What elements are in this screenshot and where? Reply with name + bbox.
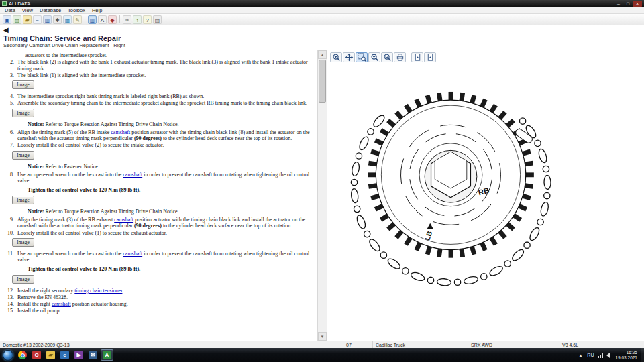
marquee-zoom-button[interactable] bbox=[356, 52, 368, 62]
clock-date: 19.03.2021 bbox=[615, 355, 637, 361]
titlebar: ALLDATA – □ × bbox=[0, 0, 644, 7]
notice-text: Notice: Refer to Torque Reaction Against… bbox=[28, 208, 313, 215]
vehicle-select-icon[interactable]: ▣ bbox=[3, 15, 11, 24]
text-size-icon[interactable]: A bbox=[98, 15, 107, 24]
bookmark-icon[interactable]: ◆ bbox=[108, 15, 117, 24]
image-button[interactable]: Image bbox=[12, 238, 34, 247]
scroll-up-button[interactable]: ▲ bbox=[318, 50, 327, 59]
tray-expand-icon[interactable]: ▲ bbox=[576, 353, 584, 357]
step-number: 8. bbox=[5, 172, 17, 184]
status-field1: 07 bbox=[343, 341, 373, 348]
taskbar-apps: O▰e▶✉A bbox=[16, 349, 115, 361]
image-button[interactable]: Image bbox=[12, 151, 34, 160]
inline-link[interactable]: timing chain tensioner bbox=[74, 288, 122, 294]
menu-database[interactable]: Database bbox=[36, 7, 64, 14]
step-item: 11.Use an open-end wrench on the hex cas… bbox=[5, 251, 313, 263]
explorer-folder-icon-glyph: ▰ bbox=[46, 351, 55, 359]
text-segment: Use an open-end wrench on the hex cast i… bbox=[17, 251, 123, 257]
print-button[interactable] bbox=[394, 52, 406, 62]
alldata-app-icon[interactable]: A bbox=[101, 349, 113, 361]
inline-link[interactable]: camshaft bbox=[123, 172, 142, 178]
text-segment: Assemble the secondary timing chain to t… bbox=[17, 100, 307, 106]
image-button[interactable]: Image bbox=[12, 80, 34, 89]
toolbar-separator bbox=[85, 15, 85, 23]
parts-icon[interactable]: ✱ bbox=[53, 15, 62, 24]
chart-icon[interactable]: ▦ bbox=[63, 15, 72, 24]
partial-line: actuators to the intermediate sprocket. bbox=[25, 52, 313, 58]
zoom-out-button[interactable] bbox=[368, 52, 380, 62]
scrollbar-thumb[interactable] bbox=[319, 60, 326, 103]
step-text: Install the right camshaft position actu… bbox=[17, 301, 313, 307]
volume-icon[interactable] bbox=[606, 353, 610, 358]
step-item: 14.Install the right camshaft position a… bbox=[5, 301, 313, 307]
clock[interactable]: 16:25 19.03.2021 bbox=[611, 350, 641, 360]
main-area: actuators to the intermediate sprocket.2… bbox=[0, 50, 644, 341]
print-icon[interactable]: ▤ bbox=[153, 15, 162, 24]
mail-app-icon[interactable]: ✉ bbox=[87, 349, 99, 361]
menu-toolbox[interactable]: Toolbox bbox=[64, 7, 89, 14]
pan-button[interactable] bbox=[343, 52, 355, 62]
ie-icon[interactable]: e bbox=[58, 349, 71, 361]
step-item: 12.Install the right secondary timing ch… bbox=[5, 288, 313, 294]
status-model: SRX AWD bbox=[468, 341, 559, 348]
explorer-folder-icon[interactable]: ▰ bbox=[44, 349, 57, 361]
scroll-down-button[interactable]: ▼ bbox=[318, 332, 327, 341]
step-text: The black link (2) is aligned with the b… bbox=[17, 59, 313, 72]
step-text: Loosely install the oil control valve (1… bbox=[17, 230, 313, 236]
image-button[interactable]: Image bbox=[12, 196, 34, 204]
system-tray: ▲ RU 16:25 19.03.2021 bbox=[576, 348, 644, 362]
status-vehicle: Cadillac Truck bbox=[373, 341, 468, 348]
step-text: The black link (1) is aligned with the i… bbox=[17, 72, 313, 78]
inline-link[interactable]: camshaft bbox=[123, 251, 142, 257]
text-segment: to the cylinder head deck surface near t… bbox=[162, 135, 292, 141]
step-text: Install the right secondary timing chain… bbox=[17, 288, 313, 294]
window-title: ALLDATA bbox=[9, 1, 614, 7]
close-button[interactable]: × bbox=[633, 1, 642, 7]
step-text: Use an open-end wrench on the hex cast i… bbox=[17, 251, 313, 263]
minimize-button[interactable]: – bbox=[614, 1, 623, 7]
zoom-window-button[interactable] bbox=[381, 52, 393, 62]
maximize-button[interactable]: □ bbox=[623, 1, 633, 7]
step-text: Install the oil pump. bbox=[17, 308, 313, 314]
network-icon[interactable] bbox=[598, 353, 604, 358]
chrome-icon[interactable] bbox=[16, 349, 29, 361]
book-icon[interactable]: ▥ bbox=[43, 15, 52, 24]
menu-help[interactable]: Help bbox=[89, 7, 105, 14]
notes-icon[interactable]: ✎ bbox=[73, 15, 82, 24]
image-button[interactable]: Image bbox=[12, 275, 34, 284]
media-player-icon[interactable]: ▶ bbox=[72, 349, 85, 361]
folder-icon[interactable]: ▰ bbox=[23, 15, 32, 24]
columns-view-icon[interactable]: ▥ bbox=[88, 15, 97, 24]
text-segment: The black link (1) is aligned with the i… bbox=[17, 72, 146, 78]
image-button[interactable]: Image bbox=[12, 109, 34, 117]
start-button[interactable] bbox=[3, 350, 13, 361]
scrollbar[interactable]: ▲ ▼ bbox=[317, 50, 327, 341]
inline-link[interactable]: camshaft bbox=[52, 301, 71, 307]
document-icon[interactable]: ≡ bbox=[33, 15, 42, 24]
inline-link[interactable]: camshaft bbox=[111, 129, 130, 135]
show-desktop-button[interactable] bbox=[641, 348, 644, 362]
clock-time: 16:25 bbox=[615, 350, 637, 355]
step-item: 4.The intermediate sprocket right bank t… bbox=[5, 93, 313, 99]
next-image-button[interactable] bbox=[424, 52, 436, 62]
repair-info-icon[interactable]: ▤ bbox=[13, 15, 21, 24]
zoom-in-button[interactable] bbox=[330, 52, 342, 62]
upload-icon[interactable]: ↑ bbox=[133, 15, 142, 24]
step-item: 8.Use an open-end wrench on the hex cast… bbox=[5, 172, 313, 184]
page-header: Timing Chain: Service and Repair Seconda… bbox=[0, 34, 644, 50]
text-segment: Refer to Torque Reaction Against Timing … bbox=[44, 208, 178, 215]
toolbar-separator bbox=[119, 15, 120, 23]
language-indicator[interactable]: RU bbox=[584, 353, 596, 357]
step-text: Align the timing mark (5) of the RB inta… bbox=[17, 129, 313, 142]
menu-data[interactable]: Data bbox=[1, 7, 19, 14]
step-text: Remove the EN 46328. bbox=[17, 294, 313, 300]
help-icon[interactable]: ? bbox=[143, 15, 152, 24]
menu-view[interactable]: View bbox=[19, 7, 36, 14]
text-segment: The black link (2) is aligned with the b… bbox=[17, 59, 308, 71]
opera-icon[interactable]: O bbox=[30, 349, 43, 361]
step-item: 7.Loosely install the oil control valve … bbox=[5, 142, 313, 148]
mail-icon[interactable]: ✉ bbox=[123, 15, 131, 24]
back-button[interactable]: ◀ bbox=[3, 26, 9, 34]
inline-link[interactable]: camshaft bbox=[114, 217, 133, 223]
prev-image-button[interactable] bbox=[411, 52, 423, 62]
